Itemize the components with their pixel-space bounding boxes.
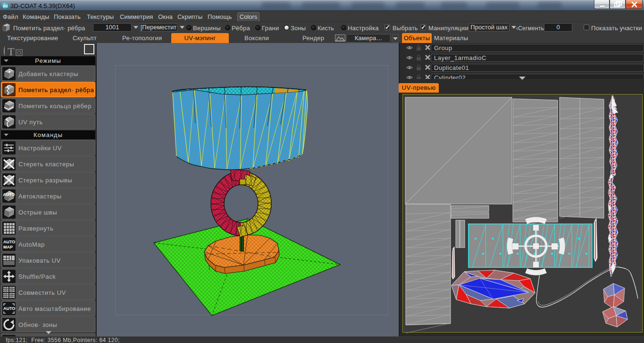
svg-text:AUTO: AUTO (3, 192, 15, 197)
svg-text:AUTO: AUTO (3, 240, 15, 244)
svg-text:T: T (8, 45, 15, 57)
svg-text:AUTO: AUTO (3, 306, 15, 311)
svg-text:MAP: MAP (3, 245, 13, 249)
